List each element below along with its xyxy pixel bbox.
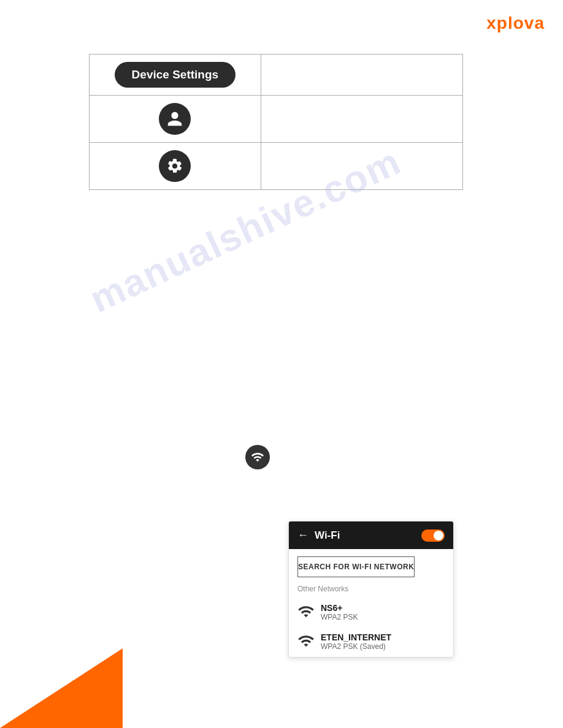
device-settings-button[interactable]: Device Settings	[115, 62, 236, 88]
bottom-decoration	[0, 648, 123, 728]
table-row	[90, 96, 463, 143]
table-row: Device Settings	[90, 55, 463, 96]
wifi-fab-icon	[251, 450, 264, 464]
table-row	[90, 143, 463, 190]
brand-name: xplova	[486, 13, 545, 33]
network-item-ns6[interactable]: NS6+ WPA2 PSK	[289, 598, 453, 628]
wifi-signal-icon-eten	[297, 632, 315, 652]
person-svg	[166, 110, 183, 127]
network-security-eten: WPA2 PSK (Saved)	[321, 642, 391, 651]
wifi-header-left: ← Wi-Fi	[297, 529, 340, 542]
gear-icon-cell	[90, 143, 261, 190]
brand-name-part2: va	[524, 13, 545, 32]
wifi-header: ← Wi-Fi	[289, 521, 453, 549]
other-networks-label: Other Networks	[289, 585, 453, 598]
wifi-panel: ← Wi-Fi SEARCH FOR WI-FI NETWORK Other N…	[288, 521, 454, 658]
wifi-fab-button[interactable]	[245, 445, 270, 469]
network-item-eten[interactable]: ETEN_INTERNET WPA2 PSK (Saved)	[289, 628, 453, 657]
search-wifi-button[interactable]: SEARCH FOR WI-FI NETWORK	[297, 556, 415, 577]
wifi-toggle[interactable]	[421, 529, 445, 542]
network-info-eten: ETEN_INTERNET WPA2 PSK (Saved)	[321, 632, 391, 651]
gear-content	[261, 143, 462, 190]
gear-icon[interactable]	[159, 150, 191, 182]
network-name-ns6: NS6+	[321, 603, 358, 613]
logo: xplova	[486, 13, 545, 33]
user-content	[261, 96, 462, 143]
brand-name-part1: xplo	[486, 13, 524, 32]
network-name-eten: ETEN_INTERNET	[321, 632, 391, 642]
device-settings-content	[261, 55, 462, 96]
settings-table: Device Settings	[89, 54, 463, 190]
wifi-signal-icon-ns6	[297, 603, 315, 623]
network-security-ns6: WPA2 PSK	[321, 613, 358, 621]
user-icon-cell	[90, 96, 261, 143]
user-icon[interactable]	[159, 103, 191, 135]
wifi-back-button[interactable]: ←	[297, 529, 308, 542]
wifi-title: Wi-Fi	[315, 529, 340, 542]
device-settings-cell: Device Settings	[90, 55, 261, 96]
network-info-ns6: NS6+ WPA2 PSK	[321, 603, 358, 621]
gear-svg	[166, 157, 183, 175]
